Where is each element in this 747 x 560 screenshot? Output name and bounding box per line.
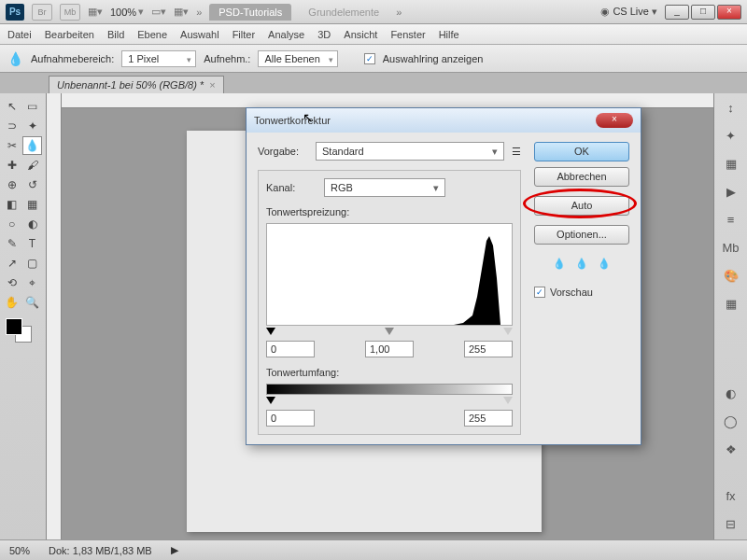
document-tab[interactable]: Unbenannt-1 bei 50% (RGB/8) *×	[49, 76, 224, 93]
history-tool[interactable]: ↺	[22, 175, 42, 194]
toolbox: ↖ ▭ ⊃ ✦ ✂ 💧 ✚ 🖌 ⊕ ↺ ◧ ▦ ○ ◐ ✎ T ↗ ▢ ⟲ ⌖ …	[0, 93, 47, 539]
preset-select[interactable]: Standard	[316, 142, 504, 161]
swatches-panel-icon[interactable]: ▦	[721, 295, 741, 314]
output-gradient	[266, 384, 513, 395]
options-button[interactable]: Optionen...	[534, 225, 629, 245]
close-tab-icon[interactable]: ×	[209, 79, 215, 91]
menu-bild[interactable]: Bild	[107, 29, 124, 40]
preview-label: Vorschau	[550, 287, 593, 298]
zoom-select[interactable]: 100% ▾	[110, 6, 144, 18]
input-slider[interactable]	[266, 328, 513, 337]
type-tool[interactable]: T	[22, 234, 42, 253]
more-workspaces[interactable]: »	[396, 7, 402, 18]
eraser-tool[interactable]: ◧	[2, 195, 21, 214]
sample-layers-select[interactable]: Alle Ebenen	[258, 50, 337, 67]
dialog-close-button[interactable]: ×	[596, 113, 633, 128]
status-arrow[interactable]: ▶	[171, 544, 178, 556]
workspace-tab-psd[interactable]: PSD-Tutorials	[209, 4, 291, 21]
menu-fenster[interactable]: Fenster	[390, 29, 425, 40]
zoom-tool[interactable]: 🔍	[22, 293, 42, 312]
layers-panel-icon[interactable]: ❖	[721, 441, 741, 459]
arrange-menu[interactable]: ▦▾	[88, 6, 103, 18]
output-highlight[interactable]: 255	[464, 410, 513, 427]
blur-tool[interactable]: ○	[2, 215, 21, 233]
eyedropper-tool[interactable]: 💧	[22, 136, 42, 155]
app-icon: Ps	[6, 4, 24, 21]
3d-tool[interactable]: ⟲	[2, 273, 21, 292]
path-tool[interactable]: ↗	[2, 254, 21, 273]
window-minimize[interactable]: _	[665, 5, 689, 20]
cancel-button[interactable]: Abbrechen	[534, 167, 629, 187]
menu-analyse[interactable]: Analyse	[268, 29, 304, 40]
window-maximize[interactable]: □	[691, 5, 715, 20]
para-panel-icon[interactable]: ⊟	[721, 515, 741, 534]
mask-panel-icon[interactable]: ◯	[721, 413, 741, 431]
channel-label: Kanal:	[266, 182, 317, 193]
preset-menu-icon[interactable]: ☰	[512, 146, 521, 158]
menu-filter[interactable]: Filter	[233, 29, 255, 40]
input-label: Tonwertspreizung:	[266, 206, 513, 217]
menu-3d[interactable]: 3D	[317, 29, 331, 40]
extras-menu[interactable]: ▦▾	[174, 6, 189, 18]
camera-tool[interactable]: ⌖	[22, 273, 42, 292]
eyedropper-icon: 💧	[7, 51, 23, 66]
info-panel-icon[interactable]: ≡	[721, 211, 741, 230]
ok-button[interactable]: OK	[534, 142, 629, 161]
adjust-panel-icon[interactable]: ◐	[721, 385, 741, 403]
move-tool[interactable]: ↖	[2, 97, 21, 116]
crop-tool[interactable]: ✂	[2, 136, 21, 155]
output-shadow[interactable]: 0	[266, 410, 315, 427]
channel-select[interactable]: RGB	[324, 178, 445, 197]
input-shadow[interactable]: 0	[266, 341, 315, 357]
highlight-ring	[523, 189, 637, 218]
showring-checkbox[interactable]: ✓	[364, 53, 375, 64]
output-label: Tonwertumfang:	[266, 367, 513, 378]
aufnehm-label: Aufnehm.:	[204, 53, 250, 64]
wand-tool[interactable]: ✦	[22, 117, 42, 135]
mb-panel-icon[interactable]: Mb	[721, 239, 741, 258]
gray-dropper-icon[interactable]: 💧	[575, 258, 588, 270]
menu-datei[interactable]: Datei	[7, 29, 32, 40]
dialog-title: Tonwertkorrektur	[254, 115, 596, 126]
window-close[interactable]: ×	[717, 5, 741, 20]
preset-label: Vorgabe:	[258, 146, 308, 157]
ruler-horizontal	[62, 93, 713, 108]
cslive-menu[interactable]: ◉ CS Live ▾	[600, 6, 657, 18]
history-panel-icon[interactable]: ↕	[721, 99, 741, 118]
brush-panel-icon[interactable]: ✦	[721, 127, 741, 146]
menu-auswahl[interactable]: Auswahl	[180, 29, 219, 40]
preview-checkbox[interactable]: ✓	[534, 287, 545, 298]
heal-tool[interactable]: ✚	[2, 156, 21, 175]
gradient-tool[interactable]: ▦	[22, 195, 42, 214]
color-swatch[interactable]	[6, 318, 34, 343]
menu-bearbeiten[interactable]: Bearbeiten	[45, 29, 94, 40]
output-slider[interactable]	[266, 397, 513, 406]
nav-panel-icon[interactable]: ▶	[721, 183, 741, 202]
workspace-tab-grund[interactable]: Grundelemente	[299, 4, 388, 21]
input-highlight[interactable]: 255	[464, 341, 513, 357]
zoom-status[interactable]: 50%	[9, 545, 30, 556]
hand-tool[interactable]: ✋	[2, 293, 21, 312]
white-dropper-icon[interactable]: 💧	[598, 258, 611, 270]
brush-tool[interactable]: 🖌	[22, 156, 42, 175]
dodge-tool[interactable]: ◐	[22, 215, 42, 233]
marquee-tool[interactable]: ▭	[22, 97, 42, 116]
screen-mode[interactable]: ▭▾	[151, 6, 166, 18]
histogram	[266, 223, 513, 326]
clone-panel-icon[interactable]: ▦	[721, 155, 741, 174]
pen-tool[interactable]: ✎	[2, 234, 21, 253]
stamp-tool[interactable]: ⊕	[2, 175, 21, 194]
shape-tool[interactable]: ▢	[22, 254, 42, 273]
input-mid[interactable]: 1,00	[365, 341, 414, 357]
menu-ansicht[interactable]: Ansicht	[344, 29, 377, 40]
black-dropper-icon[interactable]: 💧	[553, 258, 566, 270]
menu-hilfe[interactable]: Hilfe	[439, 29, 459, 40]
doc-status[interactable]: Dok: 1,83 MB/1,83 MB	[49, 545, 152, 556]
sample-size-select[interactable]: 1 Pixel	[121, 50, 196, 67]
bridge-icon[interactable]: Br	[32, 4, 52, 21]
menu-ebene[interactable]: Ebene	[137, 29, 167, 40]
minibridge-icon[interactable]: Mb	[60, 4, 80, 21]
char-panel-icon[interactable]: fx	[721, 487, 741, 506]
lasso-tool[interactable]: ⊃	[2, 117, 21, 135]
color-panel-icon[interactable]: 🎨	[721, 267, 741, 286]
